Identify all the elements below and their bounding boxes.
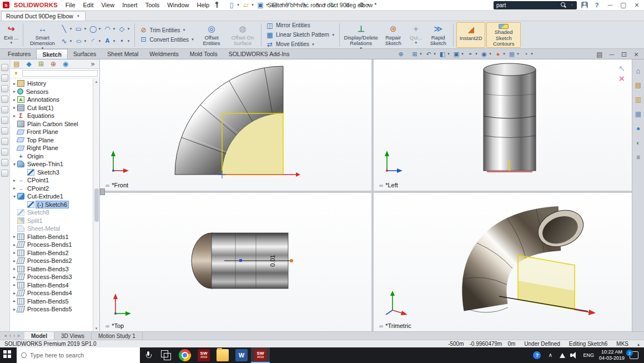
window-restore-icon[interactable] <box>620 50 628 59</box>
microphone-icon[interactable] <box>144 351 152 360</box>
view-palette-icon[interactable] <box>634 110 643 118</box>
side-toolbar-icon[interactable] <box>1 96 8 103</box>
taskbar-app-button[interactable]: SW 2019 <box>251 347 270 363</box>
user-account-icon[interactable] <box>581 2 588 8</box>
front-viewport[interactable]: *Front <box>100 59 371 191</box>
heads-up-tool[interactable] <box>397 50 409 58</box>
help-icon[interactable] <box>592 1 601 9</box>
volume-icon[interactable] <box>570 352 578 359</box>
rapid-sketch-button[interactable]: Rapid Sketch <box>426 22 450 48</box>
command-tab[interactable]: Sketch <box>36 49 67 59</box>
left-viewport[interactable]: *Left <box>374 59 632 191</box>
tab-scroll-first-icon[interactable] <box>4 333 7 339</box>
side-toolbar-icon[interactable] <box>1 138 8 145</box>
design-library-icon[interactable] <box>634 81 643 89</box>
tree-item[interactable]: Process-Bends1 <box>10 241 99 249</box>
menu-item[interactable]: Edit <box>83 2 94 8</box>
expand-arrow-icon[interactable] <box>12 186 17 191</box>
side-toolbar-icon[interactable] <box>1 74 8 82</box>
app-close-button[interactable] <box>632 1 641 9</box>
expand-arrow-icon[interactable] <box>12 97 17 102</box>
tab-scroll-prev-icon[interactable] <box>9 333 11 339</box>
search-icon[interactable] <box>561 2 567 8</box>
sketch-entity-button[interactable] <box>88 23 103 35</box>
quick-tool-button[interactable] <box>242 1 255 9</box>
tree-item[interactable]: Cut list(1) <box>10 104 99 112</box>
expand-arrow-icon[interactable] <box>12 178 17 183</box>
taskbar-app-button[interactable] <box>213 347 232 363</box>
configurationmanager-tab-icon[interactable] <box>37 59 46 68</box>
tree-item[interactable]: CPoint1 <box>10 176 99 185</box>
tree-item[interactable]: Flatten-Bends5 <box>10 297 99 306</box>
tree-item[interactable]: Split1 <box>10 217 99 225</box>
shaded-sketch-contours-button[interactable]: Shaded Sketch Contours <box>486 22 521 48</box>
panel-flyout-icon[interactable] <box>88 59 97 68</box>
heads-up-tool[interactable] <box>508 50 520 58</box>
window-menu-icon[interactable] <box>595 50 604 59</box>
heads-up-tool[interactable] <box>522 50 534 58</box>
custom-properties-icon[interactable] <box>634 153 643 162</box>
confirm-exit-sketch-icon[interactable] <box>617 64 626 73</box>
expand-arrow-icon[interactable] <box>12 81 17 86</box>
expand-arrow-icon[interactable] <box>12 105 17 110</box>
sketch-entity-button[interactable] <box>103 35 117 47</box>
menu-item[interactable]: Help <box>197 2 209 8</box>
scroll-down-icon[interactable]: ▾ <box>95 326 98 331</box>
command-tab[interactable]: Sheet Metal <box>102 49 144 59</box>
tree-item[interactable]: Flatten-Bends1 <box>10 233 99 241</box>
offset-entities-button[interactable]: Offset Entities <box>197 22 226 48</box>
command-tab[interactable]: Mold Tools <box>184 49 223 59</box>
menu-item[interactable]: Tools <box>145 2 160 8</box>
tree-item[interactable]: Flatten-Bends3 <box>10 265 99 274</box>
expand-arrow-icon[interactable] <box>12 194 17 199</box>
viewport-splitter-vertical[interactable] <box>371 59 374 331</box>
tree-item[interactable]: Flatten-Bends4 <box>10 281 99 290</box>
taskbar-clock[interactable]: 10:22 AM 04-03-2019 <box>599 349 625 362</box>
splitter-handle[interactable] <box>100 188 105 195</box>
sketch-entity-button[interactable] <box>59 35 74 47</box>
command-tab[interactable]: Surfaces <box>68 49 102 59</box>
command-tab[interactable]: SOLIDWORKS Add-Ins <box>223 49 295 59</box>
repair-sketch-button[interactable]: Repair Sketch <box>380 22 406 48</box>
side-toolbar-icon[interactable] <box>1 117 8 124</box>
sketch-entity-button[interactable] <box>88 35 103 47</box>
heads-up-tool[interactable] <box>439 50 451 58</box>
cancel-sketch-icon[interactable] <box>617 74 626 83</box>
side-toolbar-icon[interactable] <box>1 170 8 177</box>
command-search-box[interactable]: part <box>494 1 577 9</box>
tree-item[interactable]: Top Plane <box>10 136 99 145</box>
sketch-entity-button[interactable] <box>59 23 74 35</box>
command-tab[interactable]: Weldments <box>144 49 184 59</box>
taskbar-app-button[interactable]: W <box>232 347 251 363</box>
display-delete-relations-button[interactable]: Display/Delete Relations <box>343 22 379 48</box>
home-icon[interactable] <box>634 66 643 75</box>
action-center-icon[interactable]: 2 <box>630 351 638 359</box>
sketch-entity-button[interactable] <box>117 23 132 35</box>
expand-arrow-icon[interactable] <box>12 89 17 94</box>
offset-on-surface-button[interactable]: Offset On Surface <box>227 22 258 48</box>
dimxpert-tab-icon[interactable] <box>49 59 58 68</box>
move-entities-button[interactable]: Move Entities <box>264 40 336 48</box>
expand-arrow-icon[interactable] <box>12 266 17 271</box>
heads-up-tool[interactable] <box>452 50 465 58</box>
menu-item[interactable]: File <box>66 2 76 8</box>
menu-item[interactable]: Window <box>167 2 189 8</box>
appearances-icon[interactable] <box>634 124 643 133</box>
tree-item[interactable]: Sketch8 <box>10 208 99 217</box>
window-minimize-icon[interactable] <box>607 50 616 59</box>
menu-item[interactable]: View <box>101 2 114 8</box>
tree-item[interactable]: Annotations <box>10 96 99 104</box>
tree-item[interactable]: Sweep-Thin1 <box>10 160 99 168</box>
expand-arrow-icon[interactable] <box>12 113 17 118</box>
sketch-entity-button[interactable] <box>74 23 88 35</box>
side-toolbar-icon[interactable] <box>1 85 8 92</box>
tree-item[interactable]: CPoint2 <box>10 185 99 193</box>
quick-tool-button[interactable] <box>227 1 240 9</box>
expand-arrow-icon[interactable] <box>12 299 17 304</box>
heads-up-tool[interactable] <box>411 50 423 58</box>
propertymanager-tab-icon[interactable] <box>24 59 33 68</box>
tree-item[interactable]: Process-Bends4 <box>10 289 99 297</box>
featuremanager-tab-icon[interactable] <box>12 59 21 68</box>
top-viewport[interactable]: 0.01 *Top <box>100 193 371 331</box>
app-maximize-button[interactable] <box>619 1 628 9</box>
